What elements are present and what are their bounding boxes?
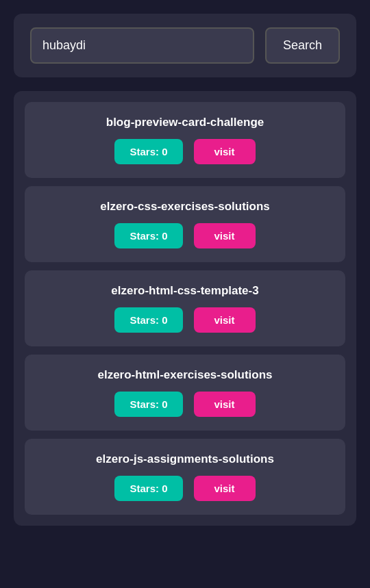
repo-actions: Stars: 0visit	[114, 223, 255, 248]
repo-name: elzero-html-css-template-3	[111, 284, 258, 298]
visit-button[interactable]: visit	[194, 476, 256, 501]
search-panel: Search	[14, 14, 356, 77]
repo-actions: Stars: 0visit	[114, 307, 255, 333]
search-input[interactable]	[30, 27, 254, 64]
repo-name: elzero-css-exercises-solutions	[100, 200, 270, 214]
repo-card: blog-preview-card-challengeStars: 0visit	[25, 102, 345, 178]
repo-card: elzero-html-css-template-3Stars: 0visit	[25, 270, 345, 346]
repo-card: elzero-js-assignments-solutionsStars: 0v…	[25, 439, 345, 515]
visit-button[interactable]: visit	[194, 307, 256, 333]
visit-button[interactable]: visit	[194, 392, 256, 417]
repo-name: blog-preview-card-challenge	[106, 116, 264, 129]
visit-button[interactable]: visit	[194, 223, 256, 248]
search-button[interactable]: Search	[265, 27, 340, 64]
results-panel: blog-preview-card-challengeStars: 0visit…	[14, 91, 356, 526]
repo-name: elzero-js-assignments-solutions	[96, 452, 274, 466]
repo-card: elzero-html-exercises-solutionsStars: 0v…	[25, 355, 345, 431]
repo-actions: Stars: 0visit	[114, 476, 255, 501]
repo-name: elzero-html-exercises-solutions	[97, 368, 272, 382]
stars-badge: Stars: 0	[114, 223, 182, 248]
stars-badge: Stars: 0	[114, 392, 182, 417]
stars-badge: Stars: 0	[114, 307, 182, 333]
repo-card: elzero-css-exercises-solutionsStars: 0vi…	[25, 186, 345, 262]
stars-badge: Stars: 0	[114, 476, 182, 501]
repo-actions: Stars: 0visit	[114, 139, 255, 164]
visit-button[interactable]: visit	[194, 139, 256, 164]
repo-actions: Stars: 0visit	[114, 392, 255, 417]
stars-badge: Stars: 0	[114, 139, 182, 164]
